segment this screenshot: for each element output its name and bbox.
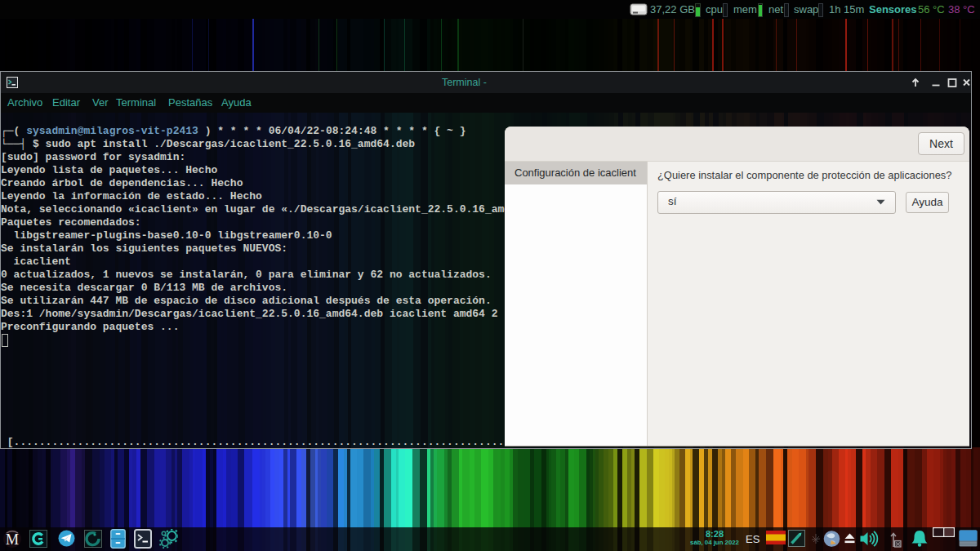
svg-text:M: M xyxy=(6,531,19,548)
